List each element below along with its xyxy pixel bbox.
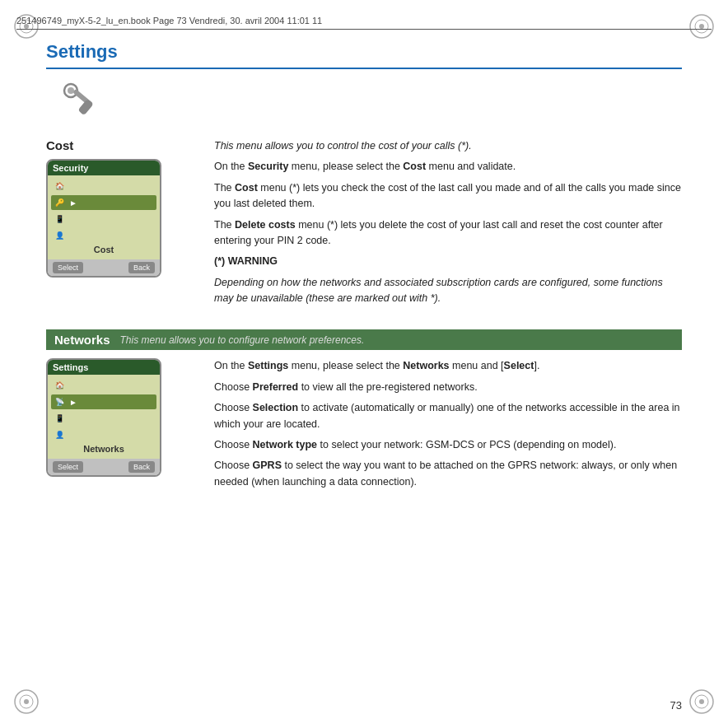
phone-icon-2: 📱 (53, 412, 66, 425)
networks-back-btn: Back (128, 461, 155, 473)
cost-warning-title: (*) WARNING (214, 254, 682, 269)
cost-select-btn: Select (53, 262, 83, 273)
networks-para4: Choose Network type to select your netwo… (214, 437, 682, 453)
cost-italic-desc: This menu allows you to control the cost… (214, 138, 682, 154)
networks-para1: On the Settings menu, please select the … (214, 358, 682, 374)
networks-phone-header: Settings (48, 360, 160, 375)
svg-point-11 (699, 699, 704, 704)
networks-menu-item-2: 📡 ► (51, 394, 156, 409)
networks-phone-menu: 🏠 📡 ► 📱 (51, 378, 156, 442)
networks-subtitle: This menu allows you to configure networ… (120, 334, 365, 346)
top-bar: 251496749_myX-5-2_lu_en.book Page 73 Ven… (16, 12, 712, 30)
phone-icon: 📱 (53, 212, 66, 226)
page-title: Settings (46, 41, 682, 69)
networks-header: Networks This menu allows you to configu… (46, 329, 682, 350)
networks-phone-mockup: Settings 🏠 📡 ► (46, 358, 161, 477)
antenna-icon: 📡 (53, 395, 66, 408)
cost-para2: The Cost menu (*) lets you check the cos… (214, 180, 682, 212)
cost-phone-mockup: Security 🏠 🔑 ► 📱 (46, 159, 161, 278)
networks-content-row: Settings 🏠 📡 ► (46, 358, 682, 495)
corner-decoration-br (687, 687, 716, 716)
person-icon-2: 👤 (53, 428, 66, 441)
networks-phone-buttons: Select Back (48, 459, 160, 475)
networks-para2: Choose Preferred to view all the pre-reg… (214, 380, 682, 395)
networks-menu-item-4: 👤 (51, 427, 156, 442)
wrench-icon-area (63, 82, 682, 122)
person-icon: 👤 (53, 229, 66, 242)
cost-footer-label: Cost (51, 245, 156, 254)
top-bar-text: 251496749_myX-5-2_lu_en.book Page 73 Ven… (16, 16, 322, 26)
cost-label: Cost (46, 138, 194, 152)
cost-menu-item-4: 👤 (51, 228, 156, 243)
home-icon-2: 🏠 (53, 379, 66, 392)
networks-menu-item-3: 📱 (51, 411, 156, 426)
svg-rect-15 (77, 99, 93, 115)
cost-para1: On the Security menu, please select the … (214, 159, 682, 175)
cost-para3: The Delete costs menu (*) lets you delet… (214, 217, 682, 250)
networks-label: Networks (54, 333, 110, 347)
cost-phone-screen: 🏠 🔑 ► 📱 👤 (48, 175, 160, 259)
cost-left-col: Cost Security 🏠 🔑 ► (46, 138, 194, 278)
networks-para3: Choose Selection to activate (automatica… (214, 400, 682, 432)
cost-menu-item-1: 🏠 (51, 179, 156, 194)
key-icon: 🔑 (53, 196, 66, 209)
networks-para5: Choose GPRS to select the way you want t… (214, 458, 682, 490)
cost-phone-header: Security (48, 161, 160, 175)
networks-section: Networks This menu allows you to configu… (46, 329, 682, 495)
cost-back-btn: Back (128, 262, 155, 273)
cost-menu-item-2: 🔑 ► (51, 195, 156, 210)
svg-point-8 (24, 699, 29, 704)
corner-decoration-bl (12, 687, 41, 716)
networks-left-col: Settings 🏠 📡 ► (46, 358, 194, 477)
home-icon: 🏠 (53, 180, 66, 193)
cost-phone-menu: 🏠 🔑 ► 📱 👤 (51, 179, 156, 243)
cost-phone-buttons: Select Back (48, 259, 160, 276)
page-number: 73 (670, 699, 682, 712)
svg-point-13 (68, 87, 74, 94)
networks-footer-label: Networks (51, 444, 156, 454)
networks-select-btn: Select (53, 461, 83, 473)
networks-right-col: On the Settings menu, please select the … (214, 358, 682, 495)
cost-warning-body: Depending on how the networks and associ… (214, 275, 682, 307)
cost-right-col: This menu allows you to control the cost… (214, 138, 682, 311)
cost-menu-item-3: 📱 (51, 212, 156, 226)
networks-phone-screen: 🏠 📡 ► 📱 (48, 375, 160, 459)
main-content: Settings Cost Security 🏠 (46, 41, 682, 687)
networks-menu-item-1: 🏠 (51, 378, 156, 393)
wrench-icon (63, 82, 105, 122)
cost-section: Cost Security 🏠 🔑 ► (46, 138, 682, 311)
